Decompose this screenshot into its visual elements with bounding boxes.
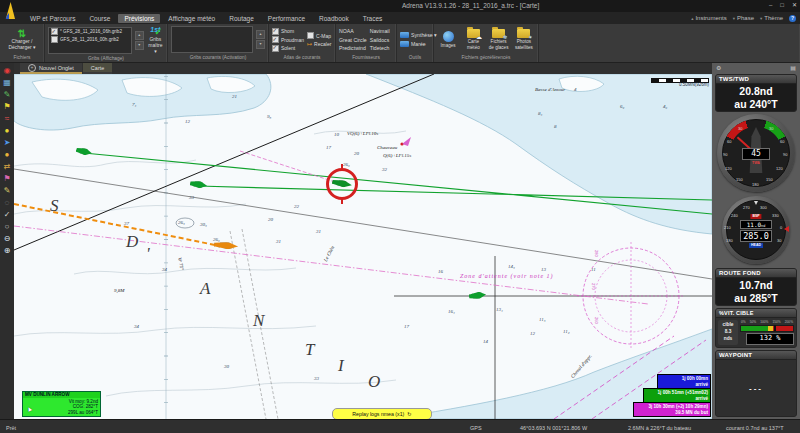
menu-item[interactable]: Course [83, 14, 116, 23]
provider-link[interactable]: Tidetech [370, 45, 390, 51]
pan-tool-icon[interactable]: ○ [1, 221, 13, 233]
chevron-icon: ▴ [691, 16, 693, 21]
menu-item[interactable]: Routage [223, 14, 260, 23]
window-control-button[interactable]: – [769, 1, 772, 10]
waypoint-flag-icon[interactable]: ⚑ [1, 101, 13, 113]
goto-arrow-icon[interactable]: ➤ [1, 137, 13, 149]
twd-value: au 240°T [716, 98, 796, 111]
waypoint-value: --- [716, 360, 796, 416]
tws-twd-tile[interactable]: TWS/TWD 20.8nd au 240°T [715, 74, 797, 112]
ribbon-group-atlas: Shom Proudman Solent C-Map [269, 24, 336, 62]
provider-link[interactable]: Great Circle [339, 37, 367, 43]
window-control-button[interactable]: ✕ [792, 1, 797, 10]
tool-button[interactable]: Marée [400, 41, 437, 47]
help-icon[interactable]: ? [789, 15, 796, 22]
compass-dial[interactable]: 270300330030240210180 BSP 11.0nd 285.0 H… [722, 196, 790, 266]
depth-sounding: 12 [530, 331, 535, 336]
menu-item[interactable]: Prévisions [118, 14, 160, 23]
checkbox[interactable] [51, 28, 58, 35]
geo-file-button[interactable]: Carte météo [462, 29, 484, 49]
provider-link[interactable]: Saildocs [370, 37, 390, 43]
mark-drop-icon[interactable]: ● [1, 149, 13, 161]
scroll-down-icon[interactable]: ▾ [135, 41, 144, 50]
replay-logs-badge[interactable]: Replay logs nmea (x1) ↻ [332, 408, 432, 419]
panel-window-icon[interactable]: ▤ [790, 64, 796, 71]
checkbox[interactable] [51, 36, 58, 43]
chart-display-icon[interactable]: ▦ [1, 77, 13, 89]
window-control-button[interactable]: □ [780, 1, 784, 10]
eta-box[interactable]: 3j 10h 30mn (+2j 10h 29mn) 39.5 MN du bu… [633, 402, 711, 417]
chart-title-letter: A [200, 279, 210, 299]
tool-icon [400, 41, 409, 47]
swap-arrows-icon[interactable]: ⇄ [1, 161, 13, 173]
nautical-chart[interactable]: 0.50MN(926m) SD'ANTIO 219₈127₄10172026₆3… [14, 74, 712, 419]
route-edit-icon[interactable]: ✎ [1, 89, 13, 101]
atlas-checkbox-row[interactable]: Solent [272, 45, 304, 52]
range-circle-icon[interactable]: ◌ [1, 197, 13, 209]
compass-check-icon[interactable]: ✓ [1, 209, 13, 221]
ais-target-infobox[interactable]: MV DUNLIN ARROW ▲ Vit moy: 9.2nd COG: 28… [22, 391, 101, 417]
geo-file-button[interactable]: Photos satellites [513, 29, 535, 49]
checkbox[interactable] [272, 28, 279, 35]
menu-item[interactable]: Performance [262, 14, 311, 23]
tab-nouvel-onglet[interactable]: + Nouvel Onglet [20, 63, 82, 74]
scroll-up-icon[interactable]: ▴ [135, 31, 144, 40]
atlas-checkbox-row[interactable]: Shom [272, 28, 304, 35]
atlas-checkbox-row[interactable]: Proudman [272, 36, 304, 43]
zoom-in-icon[interactable]: ⊕ [1, 245, 13, 257]
scroll-down-icon[interactable]: ▾ [256, 40, 265, 49]
waypoint-tile[interactable]: WAYPOINT --- [715, 350, 797, 417]
recaler-button[interactable]: ↦ Recaler [307, 41, 331, 47]
chart-title-letter: D [126, 232, 138, 252]
checkbox[interactable] [272, 45, 279, 52]
provider-link[interactable]: Navimail [370, 28, 390, 34]
menu-item[interactable]: WP et Parcours [24, 14, 81, 23]
vit-cible-tile[interactable]: %VIT. CIBLE cible 8.3 nds 0%50%100%150%2… [715, 308, 797, 348]
atlas-checkbox-row[interactable]: C-Map [307, 32, 331, 39]
tile-title: %VIT. CIBLE [716, 309, 796, 318]
mob-lifebuoy-icon[interactable]: ◉ [1, 65, 13, 77]
GFS_28_11_2016_00h.grib2[interactable]: GFS_28_11_2016_00h.grib2 [49, 36, 131, 44]
checkbox[interactable] [307, 32, 314, 39]
provider-link[interactable]: NOAA [339, 28, 367, 34]
ribbon-group-gribs-affichage: * GFS_28_11_2016_06h.grib2 GFS_28_11_201… [45, 24, 168, 62]
gribs-maitre-button[interactable]: 1st✓ Gribs maître ▾ [147, 26, 164, 54]
menu-right-item[interactable]: ▴Instruments [691, 15, 727, 21]
depth-sounding: 8 [554, 124, 557, 129]
depth-sounding: 10 [334, 132, 339, 137]
menu-item[interactable]: Roadbook [313, 14, 355, 23]
bsp-tag: BSP [750, 214, 761, 219]
wind-angle-dial[interactable]: 303060609090120120150150180 45 TWA [717, 114, 795, 194]
track-red-icon[interactable]: ≈ [1, 113, 13, 125]
menu-right-item[interactable]: ▾Phase [733, 15, 754, 21]
group-label: Fichiers [0, 55, 44, 62]
percent-readout: 132 % [746, 333, 794, 345]
gribs-courants-list[interactable] [171, 26, 253, 53]
gear-icon[interactable]: ⚙ [716, 64, 721, 71]
scroll-up-icon[interactable]: ▴ [256, 30, 265, 39]
depth-sounding: 26₅ [178, 220, 185, 225]
own-boat-target-ring[interactable] [326, 168, 358, 200]
depth-sounding: 17 [404, 324, 409, 329]
tool-button[interactable]: Synthèse ▾ [400, 32, 437, 38]
mark-yellow-icon[interactable]: ● [1, 125, 13, 137]
tab-carte[interactable]: Carte [83, 63, 112, 74]
replay-icon: ↻ [407, 411, 411, 417]
menu-item[interactable]: Traces [357, 14, 389, 23]
window-controls: –□✕ [769, 1, 797, 10]
checkbox[interactable] [272, 36, 279, 43]
depth-sounding: 22 [294, 204, 299, 209]
provider-link[interactable]: Predictwind [339, 45, 367, 51]
title-bar: Adrena V13.9.1.26 - 28_11_2016_a.trc - [… [0, 0, 800, 12]
zoom-out-icon[interactable]: ⊖ [1, 233, 13, 245]
charger-decharger-button[interactable]: ⇅ Charger / Décharger ▾ [8, 29, 35, 51]
grib-file-list[interactable]: * GFS_28_11_2016_06h.grib2 GFS_28_11_201… [48, 27, 132, 54]
menu-right-item[interactable]: ▾Thème [760, 15, 783, 21]
geo-file-button[interactable]: Images [437, 31, 459, 48]
route-fond-tile[interactable]: ROUTE FOND 10.7nd au 285°T [715, 268, 797, 306]
* GFS_28_11_2016_06h.grib2[interactable]: * GFS_28_11_2016_06h.grib2 [49, 28, 131, 36]
regatta-flag-icon[interactable]: ⚑ [1, 173, 13, 185]
notes-icon[interactable]: ✎ [1, 185, 13, 197]
geo-file-button[interactable]: Fichiers de glaces [488, 29, 510, 49]
menu-item[interactable]: Affichage météo [162, 14, 221, 23]
